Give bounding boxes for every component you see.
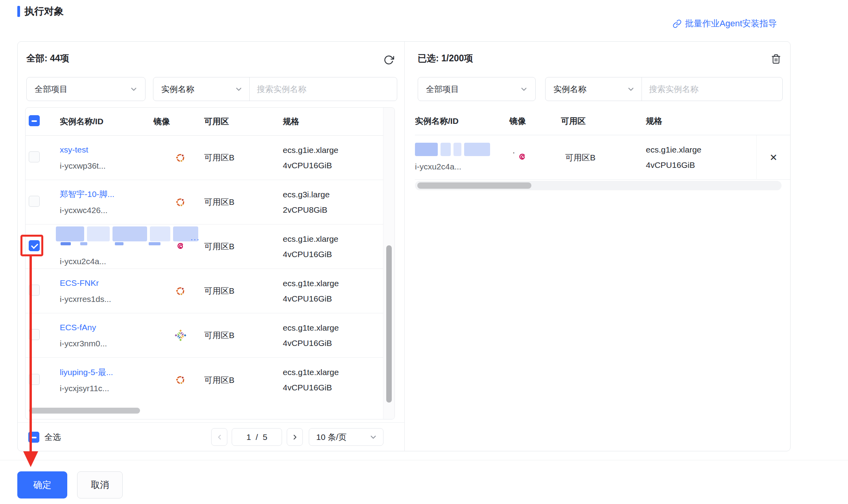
- col-spec: 规格: [642, 116, 756, 127]
- chevron-down-icon: [627, 85, 635, 94]
- spec-type: ecs.g1te.xlarge: [283, 366, 383, 378]
- instance-spec: ecs.g1ie.xlarge 4vCPU16GiB: [642, 144, 756, 171]
- horizontal-scrollbar-thumb[interactable]: [29, 408, 140, 414]
- instance-name-cell: ECS-FNKr i-ycxrres1ds...: [60, 277, 153, 305]
- execution-target-dialog: 执行对象 批量作业Agent安装指导 全部: 44项 全部项目: [0, 0, 848, 504]
- table-row: liyuping-5-最... i-ycxjsyr11c... 可用区B ecs…: [26, 358, 383, 402]
- availability-zone: 可用区B: [561, 152, 642, 163]
- transfer-card: 全部: 44项 全部项目 实例名称: [17, 41, 791, 451]
- row-checkbox[interactable]: [29, 374, 40, 385]
- search-field-value: 实例名称: [553, 84, 586, 95]
- redacted-name-blur: .: [415, 143, 509, 156]
- table-row: ECS-FNKr i-ycxrres1ds... 可用区B ecs.g1te.x…: [26, 269, 383, 313]
- table-header: 实例名称/ID 镜像 可用区 规格: [26, 108, 395, 136]
- os-image-cell: [153, 373, 204, 386]
- spec-size: 4vCPU16GiB: [283, 160, 383, 171]
- select-all-label: 全选: [44, 432, 61, 443]
- title-accent-bar: [17, 6, 20, 17]
- col-image: 镜像: [509, 116, 561, 127]
- next-page-button[interactable]: [287, 428, 303, 446]
- chevron-down-icon: [520, 85, 528, 94]
- instance-name-link[interactable]: 郑智宇-10-脚...: [60, 188, 114, 200]
- chevron-down-icon: [129, 85, 138, 94]
- search-input[interactable]: [642, 77, 782, 101]
- redacted-ellipsis: ...: [190, 233, 200, 242]
- selected-instances-panel: 已选: 1/200项 全部项目 实例名称: [404, 42, 790, 451]
- horizontal-scrollbar[interactable]: [26, 402, 383, 419]
- instance-id: i-ycxu2c4a...: [60, 256, 153, 267]
- selected-row: . i-ycxu2c4a... 可用区B ecs.g1ie.xlarge 4vC…: [415, 135, 790, 180]
- table-body: xsy-test i-ycxwp36t... 可用区B ecs.g1ie.xla…: [26, 136, 383, 402]
- vertical-scrollbar[interactable]: [383, 108, 395, 419]
- page-title: 执行对象: [24, 4, 64, 18]
- table-body: . i-ycxu2c4a... 可用区B ecs.g1ie.xlarge 4vC…: [415, 135, 790, 180]
- project-select-value: 全部项目: [35, 84, 68, 95]
- instance-name-link[interactable]: liyuping-5-最...: [60, 366, 113, 378]
- page-separator: /: [256, 432, 258, 442]
- row-checkbox[interactable]: [29, 196, 40, 207]
- link-icon: [673, 19, 682, 28]
- search-field-select[interactable]: 实例名称: [153, 77, 250, 101]
- availability-zone: 可用区B: [204, 152, 283, 163]
- search-filter-group: 实例名称: [545, 77, 783, 101]
- availability-zone: 可用区B: [204, 197, 283, 208]
- page-indicator: 1 / 5: [232, 428, 282, 446]
- col-image: 镜像: [153, 116, 204, 127]
- project-select[interactable]: 全部项目: [418, 77, 536, 101]
- remove-cell: ✕: [756, 135, 790, 180]
- redacted-dot: .: [512, 146, 515, 155]
- instance-name-link[interactable]: ECS-FNKr: [60, 277, 99, 289]
- trash-icon: [771, 54, 781, 64]
- agent-install-guide-link[interactable]: 批量作业Agent安装指导: [673, 18, 777, 29]
- total-pages: 5: [263, 432, 267, 442]
- os-image-cell: [153, 151, 204, 164]
- os-image-cell: [509, 151, 561, 164]
- page-size-select[interactable]: 10 条/页: [309, 428, 383, 446]
- remove-selected-button[interactable]: ✕: [769, 153, 777, 162]
- instance-id: i-ycxr3nm0...: [60, 338, 153, 349]
- project-select-value: 全部项目: [426, 84, 459, 95]
- cancel-button[interactable]: 取消: [77, 471, 123, 498]
- instance-spec: ecs.g3i.large 2vCPU8GiB: [283, 189, 383, 216]
- refresh-button[interactable]: [382, 53, 396, 67]
- confirm-button[interactable]: 确定: [17, 471, 67, 498]
- col-name-id: 实例名称/ID: [415, 116, 509, 127]
- instance-name-link[interactable]: xsy-test: [60, 144, 88, 155]
- prev-page-button[interactable]: [211, 428, 227, 446]
- row-checkbox[interactable]: [29, 285, 40, 296]
- row-checkbox[interactable]: [29, 151, 40, 162]
- agent-link-label: 批量作业Agent安装指导: [685, 18, 777, 29]
- instance-name-cell: liyuping-5-最... i-ycxjsyr11c...: [60, 366, 153, 394]
- spec-size: 4vCPU16GiB: [646, 159, 756, 171]
- col-name-id: 实例名称/ID: [60, 116, 153, 127]
- search-field-select[interactable]: 实例名称: [546, 77, 642, 101]
- horizontal-scrollbar[interactable]: [415, 181, 782, 190]
- spec-type: ecs.g1ie.xlarge: [283, 233, 383, 245]
- ubuntu-logo-icon: [174, 151, 187, 164]
- page-size-value: 10 条/页: [316, 432, 347, 443]
- horizontal-scrollbar-thumb[interactable]: [417, 182, 531, 189]
- spec-type: ecs.g1te.xlarge: [283, 322, 383, 334]
- clear-selected-button[interactable]: [769, 52, 783, 66]
- spec-size: 2vCPU8GiB: [283, 204, 383, 216]
- all-count-summary: 全部: 44项: [26, 52, 69, 64]
- spec-size: 4vCPU16GiB: [283, 382, 383, 394]
- instance-spec: ecs.g1ie.xlarge 4vCPU16GiB: [283, 233, 383, 260]
- col-zone: 可用区: [561, 116, 642, 127]
- os-image-cell: [153, 329, 204, 342]
- select-all-checkbox[interactable]: [28, 432, 39, 443]
- header-checkbox[interactable]: [29, 115, 40, 126]
- vertical-scrollbar-thumb[interactable]: [386, 245, 392, 403]
- annotation-arrow-head: [23, 451, 38, 467]
- instance-id: i-ycxu2c4a...: [415, 161, 509, 172]
- project-select[interactable]: 全部项目: [26, 77, 146, 101]
- row-checkbox[interactable]: [29, 240, 40, 251]
- search-input[interactable]: [250, 77, 397, 101]
- table-header: 实例名称/ID 镜像 可用区 规格: [415, 107, 790, 135]
- instance-id: i-ycxrres1ds...: [60, 293, 153, 305]
- row-checkbox[interactable]: [29, 329, 40, 340]
- instance-name-link[interactable]: ECS-fAny: [60, 322, 96, 333]
- availability-zone: 可用区B: [204, 375, 283, 386]
- table-row: xsy-test i-ycxwp36t... 可用区B ecs.g1ie.xla…: [26, 136, 383, 180]
- table-row: ... i-ycxu2c4a... 可用区B ecs.g1ie.xlarge 4…: [26, 224, 383, 269]
